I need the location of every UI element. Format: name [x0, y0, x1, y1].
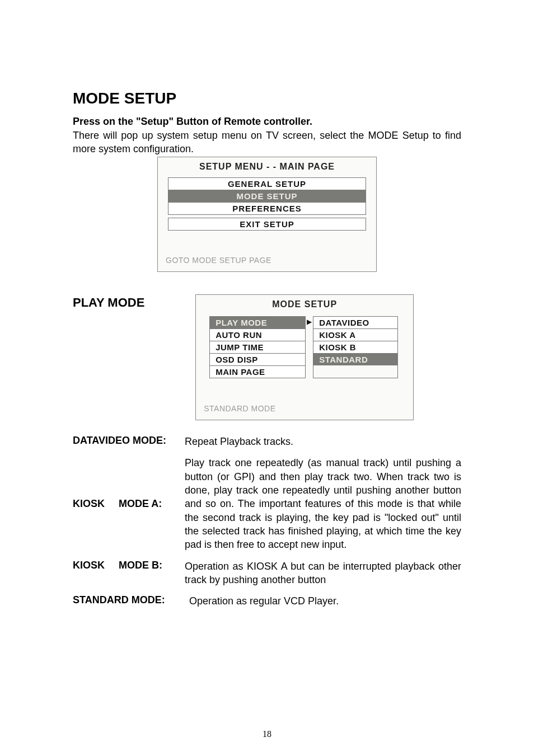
def-datavideo-term: DATAVIDEO MODE: [73, 435, 185, 447]
intro-bold: Press on the "Setup" Button of Remote co… [73, 115, 461, 128]
setup-menu-hint: GOTO MODE SETUP PAGE [158, 230, 376, 267]
def-standard: STANDARD MODE: Operation as regular VCD … [73, 594, 461, 608]
def-kiosk-b-desc: Operation as KIOSK A but can be interrup… [185, 560, 461, 587]
right-item-kiosk-a: KIOSK A [313, 329, 397, 341]
mode-setup-title: MODE SETUP [196, 298, 413, 313]
mode-setup-hint: STANDARD MODE [196, 378, 413, 415]
left-item-play-mode: PLAY MODE [210, 317, 305, 329]
page-title: MODE SETUP [73, 90, 461, 107]
menu-item-mode-setup: MODE SETUP [168, 190, 366, 203]
play-mode-heading: PLAY MODE [73, 294, 148, 310]
intro-text: There will pop up system setup menu on T… [73, 129, 461, 156]
def-standard-term: STANDARD MODE: [73, 594, 185, 606]
left-item-main-page: MAIN PAGE [210, 366, 305, 378]
submenu-arrow-icon: ▶ [306, 316, 313, 326]
left-item-auto-run: AUTO RUN [210, 329, 305, 341]
page-number: 18 [0, 729, 534, 739]
menu-item-preferences: PREFERENCES [168, 202, 366, 215]
def-kiosk-a-term: KIOSK MODE A: [73, 498, 185, 510]
def-kiosk-a-desc: Play track one repeatedly (as manual tra… [185, 456, 461, 551]
def-standard-desc: Operation as regular VCD Player. [185, 594, 461, 608]
left-item-jump-time: JUMP TIME [210, 341, 305, 354]
mode-definitions: DATAVIDEO MODE: Repeat Playback tracks. … [73, 435, 461, 608]
mode-setup-screenshot: MODE SETUP PLAY MODE AUTO RUN JUMP TIME … [195, 294, 414, 420]
def-kiosk-a: KIOSK MODE A: Play track one repeatedly … [73, 456, 461, 551]
mode-setup-right-col: DATAVIDEO KIOSK A KIOSK B STANDARD [313, 316, 398, 378]
right-item-kiosk-b: KIOSK B [313, 341, 397, 354]
def-datavideo-desc: Repeat Playback tracks. [185, 435, 461, 448]
mode-setup-left-col: PLAY MODE AUTO RUN JUMP TIME OSD DISP MA… [209, 316, 306, 378]
def-kiosk-b-term: KIOSK MODE B: [73, 560, 185, 571]
right-item-standard: STANDARD [313, 354, 397, 365]
menu-item-exit-setup: EXIT SETUP [168, 218, 366, 231]
right-item-datavideo: DATAVIDEO [313, 317, 397, 329]
menu-item-general-setup: GENERAL SETUP [168, 177, 366, 190]
setup-menu-title: SETUP MENU - - MAIN PAGE [158, 161, 376, 175]
def-datavideo: DATAVIDEO MODE: Repeat Playback tracks. [73, 435, 461, 448]
left-item-osd-disp: OSD DISP [210, 354, 305, 366]
setup-menu-screenshot: SETUP MENU - - MAIN PAGE GENERAL SETUP M… [157, 157, 377, 272]
def-kiosk-b: KIOSK MODE B: Operation as KIOSK A but c… [73, 560, 461, 587]
